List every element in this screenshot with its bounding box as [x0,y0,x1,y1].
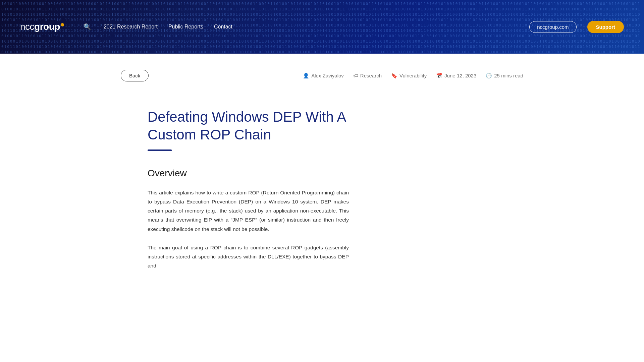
author-meta: 👤 Alex Zaviyalov [303,73,344,79]
category-meta: 🏷 Research [353,73,382,78]
article-paragraph-1: This article explains how to write a cus… [148,188,349,234]
overview-heading: Overview [148,168,349,179]
logo-dot [61,23,64,26]
article-title: Defeating Windows DEP With A Custom ROP … [148,108,349,143]
read-time-meta: 🕐 25 mins read [486,73,523,79]
date-icon: 📅 [436,73,442,79]
author-icon: 👤 [303,73,309,79]
nav-2021-report[interactable]: 2021 Research Report [104,24,158,30]
site-header: 1010110001101001001001110100110001011010… [0,0,644,54]
date-label: June 12, 2023 [444,73,476,78]
nccgroup-link-button[interactable]: nccgroup.com [529,21,576,33]
site-logo: nccgroup [20,21,64,32]
date-meta: 📅 June 12, 2023 [436,73,476,79]
main-nav: nccgroup 🔍 2021 Research Report Public R… [0,0,644,54]
back-button[interactable]: Back [121,70,149,81]
page-content: Back 👤 Alex Zaviyalov 🏷 Research 🔖 Vulne… [0,54,644,270]
category-icon: 🏷 [353,73,358,78]
logo-text: nccgroup [20,21,64,32]
article-paragraph-2: The main goal of using a ROP chain is to… [148,243,349,270]
search-button[interactable]: 🔍 [82,21,93,33]
clock-icon: 🕐 [486,73,492,79]
tag-label: Vulnerability [399,73,427,78]
title-underline [148,149,172,151]
category-label: Research [360,73,382,78]
article-meta-row: Back 👤 Alex Zaviyalov 🏷 Research 🔖 Vulne… [121,54,523,88]
tag-meta: 🔖 Vulnerability [391,73,427,79]
read-time-label: 25 mins read [494,73,523,78]
support-button[interactable]: Support [587,21,624,33]
article-content: Defeating Windows DEP With A Custom ROP … [121,88,349,270]
tag-icon: 🔖 [391,73,397,79]
nav-contact[interactable]: Contact [214,24,232,30]
author-name: Alex Zaviyalov [311,73,344,78]
nav-public-reports[interactable]: Public Reports [168,24,203,30]
